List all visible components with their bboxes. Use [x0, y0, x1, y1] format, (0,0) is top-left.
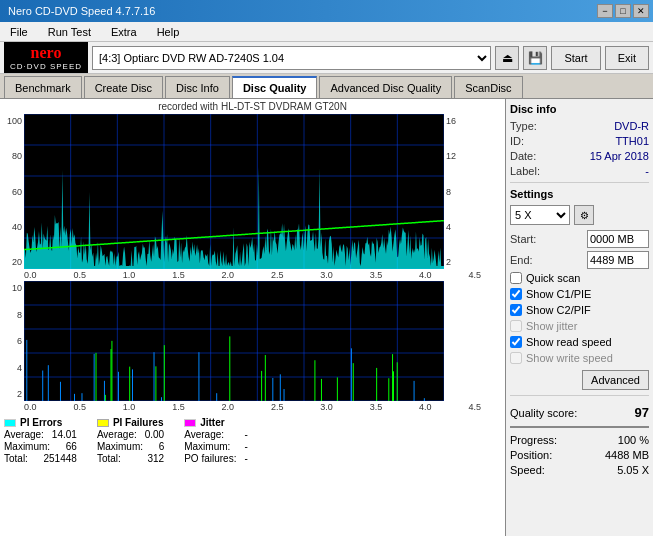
show-write-speed-label: Show write speed: [526, 352, 613, 364]
quick-scan-label: Quick scan: [526, 272, 580, 284]
tab-disc-quality[interactable]: Disc Quality: [232, 76, 318, 98]
top-chart-canvas: [24, 114, 444, 269]
quick-scan-checkbox[interactable]: [510, 272, 522, 284]
pi-errors-total-value: 251448: [44, 453, 77, 464]
show-read-speed-row: Show read speed: [510, 336, 649, 348]
bottom-chart-canvas: [24, 281, 444, 401]
pi-errors-color: [4, 419, 16, 427]
position-row: Position: 4488 MB: [510, 449, 649, 461]
bottom-chart-y-axis-right: [444, 281, 462, 401]
titlebar-controls: − □ ✕: [597, 4, 649, 18]
tab-advanced-disc-quality[interactable]: Advanced Disc Quality: [319, 76, 452, 98]
progress-value: 100 %: [618, 434, 649, 446]
top-chart-y-axis-left: 10080604020: [2, 114, 24, 269]
tab-disc-info[interactable]: Disc Info: [165, 76, 230, 98]
maximize-button[interactable]: □: [615, 4, 631, 18]
show-c1-pie-label: Show C1/PIE: [526, 288, 591, 300]
speed-setting-row: 5 X Max 1 X 2 X 4 X 8 X ⚙: [510, 205, 649, 225]
disc-type-label: Type:: [510, 120, 537, 132]
end-mb-input[interactable]: [587, 251, 649, 269]
disc-type-value: DVD-R: [614, 120, 649, 132]
jitter-color: [184, 419, 196, 427]
pi-failures-max-label: Maximum:: [97, 441, 143, 452]
legend: PI Errors Average: 14.01 Maximum: 66 Tot…: [2, 413, 503, 468]
right-panel: Disc info Type: DVD-R ID: TTH01 Date: 15…: [505, 99, 653, 536]
disc-info-title: Disc info: [510, 103, 649, 115]
show-jitter-row: Show jitter: [510, 320, 649, 332]
position-label: Position:: [510, 449, 552, 461]
progress-label: Progress:: [510, 434, 557, 446]
top-chart-y-axis-right: 1612842: [444, 114, 462, 269]
start-mb-input[interactable]: [587, 230, 649, 248]
jitter-max-value: -: [244, 441, 247, 452]
tab-create-disc[interactable]: Create Disc: [84, 76, 163, 98]
jitter-po-value: -: [244, 453, 247, 464]
show-c2-pif-row: Show C2/PIF: [510, 304, 649, 316]
pi-failures-total-value: 312: [148, 453, 165, 464]
disc-label-value: -: [645, 165, 649, 177]
speed-selector[interactable]: 5 X Max 1 X 2 X 4 X 8 X: [510, 205, 570, 225]
titlebar-title: Nero CD-DVD Speed 4.7.7.16: [8, 5, 155, 17]
close-button[interactable]: ✕: [633, 4, 649, 18]
eject-icon[interactable]: ⏏: [495, 46, 519, 70]
quick-scan-row: Quick scan: [510, 272, 649, 284]
menubar: File Run Test Extra Help: [0, 22, 653, 42]
show-c1-pie-row: Show C1/PIE: [510, 288, 649, 300]
toolbar: nero CD·DVD SPEED [4:3] Optiarc DVD RW A…: [0, 42, 653, 74]
minimize-button[interactable]: −: [597, 4, 613, 18]
disc-id-value: TTH01: [615, 135, 649, 147]
pi-errors-label: PI Errors: [20, 417, 62, 428]
menu-help[interactable]: Help: [151, 24, 186, 40]
jitter-max-label: Maximum:: [184, 441, 230, 452]
menu-file[interactable]: File: [4, 24, 34, 40]
jitter-label: Jitter: [200, 417, 224, 428]
show-c1-pie-checkbox[interactable]: [510, 288, 522, 300]
pi-errors-total-label: Total:: [4, 453, 28, 464]
show-c2-pif-checkbox[interactable]: [510, 304, 522, 316]
settings-icon[interactable]: ⚙: [574, 205, 594, 225]
speed-label: Speed:: [510, 464, 545, 476]
chart-title: recorded with HL-DT-ST DVDRAM GT20N: [2, 101, 503, 112]
drive-selector[interactable]: [4:3] Optiarc DVD RW AD-7240S 1.04: [92, 46, 491, 70]
advanced-button[interactable]: Advanced: [582, 370, 649, 390]
pi-errors-avg-label: Average:: [4, 429, 44, 440]
disc-date-row: Date: 15 Apr 2018: [510, 150, 649, 162]
pi-failures-total-label: Total:: [97, 453, 121, 464]
menu-run-test[interactable]: Run Test: [42, 24, 97, 40]
menu-extra[interactable]: Extra: [105, 24, 143, 40]
divider-3: [510, 426, 649, 428]
tab-benchmark[interactable]: Benchmark: [4, 76, 82, 98]
show-write-speed-row: Show write speed: [510, 352, 649, 364]
quality-score-label: Quality score:: [510, 407, 577, 419]
start-mb-row: Start:: [510, 230, 649, 248]
divider-2: [510, 395, 649, 396]
chart-area: recorded with HL-DT-ST DVDRAM GT20N 1008…: [0, 99, 505, 536]
progress-row: Progress: 100 %: [510, 434, 649, 446]
legend-jitter: Jitter Average: - Maximum: - PO failures…: [184, 417, 248, 464]
show-read-speed-checkbox[interactable]: [510, 336, 522, 348]
nero-logo-text: nero: [31, 44, 62, 62]
disc-id-row: ID: TTH01: [510, 135, 649, 147]
show-write-speed-checkbox[interactable]: [510, 352, 522, 364]
pi-failures-avg-value: 0.00: [145, 429, 164, 440]
exit-button[interactable]: Exit: [605, 46, 649, 70]
jitter-po-label: PO failures:: [184, 453, 236, 464]
pi-failures-avg-label: Average:: [97, 429, 137, 440]
top-chart-x-axis: 0.00.51.01.52.02.53.03.54.04.5: [2, 269, 503, 281]
show-read-speed-label: Show read speed: [526, 336, 612, 348]
disc-date-label: Date:: [510, 150, 536, 162]
show-jitter-checkbox[interactable]: [510, 320, 522, 332]
position-value: 4488 MB: [605, 449, 649, 461]
show-jitter-label: Show jitter: [526, 320, 577, 332]
divider-1: [510, 182, 649, 183]
start-button[interactable]: Start: [551, 46, 600, 70]
disc-label-label: Label:: [510, 165, 540, 177]
start-mb-label: Start:: [510, 233, 536, 245]
pi-failures-label: PI Failures: [113, 417, 164, 428]
disc-id-label: ID:: [510, 135, 524, 147]
jitter-avg-value: -: [244, 429, 247, 440]
legend-pi-errors: PI Errors Average: 14.01 Maximum: 66 Tot…: [4, 417, 77, 464]
tab-scan-disc[interactable]: ScanDisc: [454, 76, 522, 98]
top-chart-wrapper: 10080604020 1612842: [2, 114, 503, 269]
save-icon[interactable]: 💾: [523, 46, 547, 70]
